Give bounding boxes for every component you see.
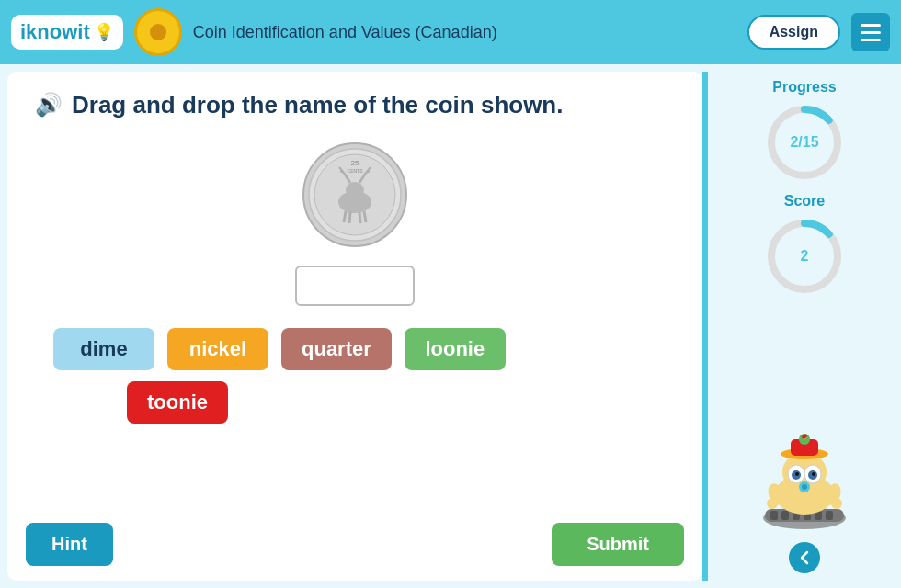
svg-point-48 [831, 498, 842, 509]
mascot-svg [754, 428, 855, 529]
score-value: 2 [801, 248, 809, 265]
svg-point-35 [795, 472, 799, 476]
svg-text:25: 25 [351, 159, 359, 167]
option-quarter[interactable]: quarter [281, 328, 392, 370]
coin-center [150, 24, 166, 40]
score-circle: 2 [763, 215, 846, 298]
bulb-icon: 💡 [94, 22, 114, 42]
options-row-1: dime nickel quarter loonie [53, 328, 506, 370]
assign-button[interactable]: Assign [747, 15, 840, 50]
bottom-bar: Hint Submit [26, 523, 684, 566]
svg-line-11 [344, 211, 346, 222]
question-text: Drag and drop the name of the coin shown… [72, 90, 563, 121]
svg-point-4 [346, 182, 364, 198]
score-section: Score 2 [763, 193, 846, 298]
svg-rect-28 [826, 511, 833, 520]
logo: iknowit 💡 [11, 15, 123, 50]
svg-point-36 [812, 472, 815, 476]
svg-point-38 [802, 484, 807, 490]
svg-text:CENTS: CENTS [348, 168, 364, 174]
option-dime[interactable]: dime [53, 328, 154, 370]
sidebar: Progress 2/15 Score 2 [708, 64, 901, 588]
back-icon [796, 549, 813, 566]
progress-circle: 2/15 [763, 101, 846, 184]
hamburger-line-3 [861, 39, 881, 41]
mascot-area [754, 307, 855, 529]
score-label: Score [784, 193, 825, 209]
logo-text: iknowit [20, 20, 90, 44]
question-header: 🔊 Drag and drop the name of the coin sho… [35, 90, 675, 121]
hamburger-line-2 [861, 31, 881, 34]
option-nickel[interactable]: nickel [167, 328, 268, 370]
back-button[interactable] [789, 542, 820, 573]
svg-line-14 [364, 211, 366, 222]
hamburger-line-1 [861, 24, 881, 27]
coin-image: 25 CENTS [300, 140, 410, 250]
progress-label: Progress [772, 79, 836, 96]
svg-line-12 [349, 212, 350, 223]
content-area: 🔊 Drag and drop the name of the coin sho… [7, 72, 702, 581]
main-area: 🔊 Drag and drop the name of the coin sho… [0, 64, 901, 588]
option-loonie[interactable]: loonie [405, 328, 506, 370]
drop-zone[interactable] [295, 266, 415, 306]
coin-display: 25 CENTS [35, 140, 675, 306]
hint-button[interactable]: Hint [26, 523, 113, 566]
submit-button[interactable]: Submit [552, 523, 684, 566]
menu-button[interactable] [851, 13, 890, 51]
svg-rect-24 [781, 511, 789, 520]
svg-rect-23 [770, 511, 778, 520]
option-toonie[interactable]: toonie [127, 381, 228, 424]
coin-svg: 25 CENTS [300, 140, 410, 250]
lesson-title: Coin Identification and Values (Canadian… [193, 23, 736, 42]
options-area: dime nickel quarter loonie toonie [35, 328, 675, 424]
svg-line-13 [359, 212, 360, 223]
svg-point-47 [767, 498, 778, 509]
header: iknowit 💡 Coin Identification and Values… [0, 0, 901, 64]
options-row-2: toonie [127, 381, 228, 424]
sound-icon[interactable]: 🔊 [35, 92, 63, 118]
progress-section: Progress 2/15 [763, 79, 846, 184]
coin-icon [134, 8, 182, 56]
progress-value: 2/15 [790, 134, 818, 151]
